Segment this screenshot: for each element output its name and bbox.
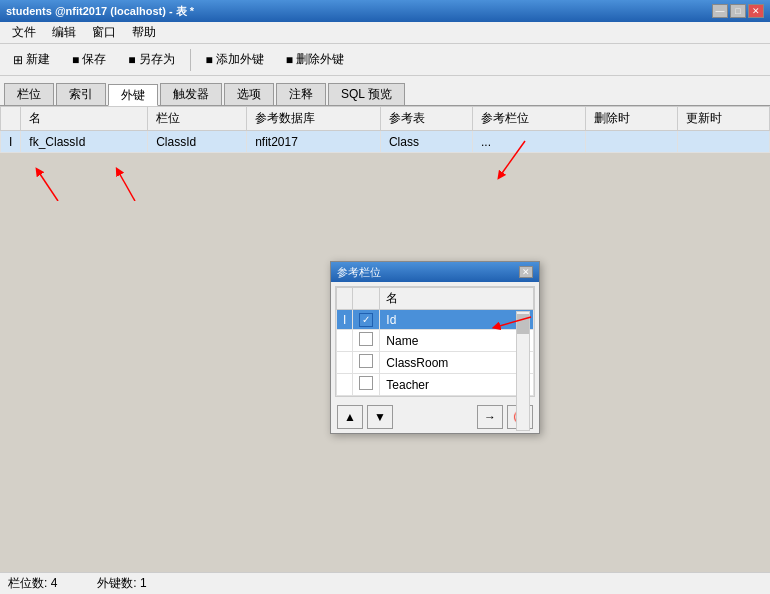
row-indicator: I — [1, 131, 21, 153]
popup-name-teacher: Teacher — [380, 374, 534, 396]
delkey-label: 删除外键 — [296, 51, 344, 68]
popup-row-name[interactable]: Name — [337, 330, 534, 352]
classid-arrow-icon — [110, 161, 150, 201]
foreign-keys-count: 外键数: 1 — [97, 575, 146, 592]
delkey-icon: ■ — [286, 53, 293, 67]
arrow1-container — [28, 161, 68, 204]
popup-title-text: 参考栏位 — [337, 265, 381, 280]
unchecked-icon — [359, 332, 373, 346]
saveas-label: 另存为 — [139, 51, 175, 68]
fk-del-action — [585, 131, 677, 153]
ref-col-table: 名 I ✓ Id — [336, 287, 534, 396]
popup-row-teacher[interactable]: Teacher — [337, 374, 534, 396]
tab-indexes[interactable]: 索引 — [56, 83, 106, 105]
popup-close-button[interactable]: ✕ — [519, 266, 533, 278]
fk-classid-arrow-icon — [28, 161, 68, 201]
fk-name: fk_ClassId — [21, 131, 148, 153]
tab-columns[interactable]: 栏位 — [4, 83, 54, 105]
saveas-button[interactable]: ■ 另存为 — [119, 47, 183, 73]
arrow2-container — [110, 161, 150, 204]
popup-name-name: Name — [380, 330, 534, 352]
save-icon: ■ — [72, 53, 79, 67]
unchecked-icon — [359, 376, 373, 390]
menu-file[interactable]: 文件 — [4, 22, 44, 43]
toolbar: ⊞ 新建 ■ 保存 ■ 另存为 ■ 添加外键 ■ 删除外键 — [0, 44, 770, 76]
saveas-icon: ■ — [128, 53, 135, 67]
menu-help[interactable]: 帮助 — [124, 22, 164, 43]
col-indicator-header — [1, 107, 21, 131]
title-bar: students @nfit2017 (localhost) - 表 * — □… — [0, 0, 770, 22]
fk-refcol[interactable]: ... — [472, 131, 585, 153]
menu-window[interactable]: 窗口 — [84, 22, 124, 43]
move-up-button[interactable]: ▲ — [337, 405, 363, 429]
tab-triggers[interactable]: 触发器 — [160, 83, 222, 105]
new-label: 新建 — [26, 51, 50, 68]
popup-name-classroom: ClassRoom — [380, 352, 534, 374]
col-refcol-header: 参考栏位 — [472, 107, 585, 131]
confirm-button[interactable]: → — [477, 405, 503, 429]
svg-line-0 — [38, 171, 58, 201]
window-title: students @nfit2017 (localhost) - 表 * — [6, 4, 194, 19]
popup-checkbox-classroom[interactable] — [353, 352, 380, 374]
unchecked-icon — [359, 354, 373, 368]
close-button[interactable]: ✕ — [748, 4, 764, 18]
menu-edit[interactable]: 编辑 — [44, 22, 84, 43]
popup-footer-left: ▲ ▼ — [337, 405, 393, 429]
popup-name-id: Id — [380, 310, 534, 330]
col-refdb-header: 参考数据库 — [247, 107, 381, 131]
status-bar: 栏位数: 4 外键数: 1 — [0, 572, 770, 594]
fk-column: ClassId — [148, 131, 247, 153]
popup-col-indicator — [337, 288, 353, 310]
popup-title-bar: 参考栏位 ✕ — [331, 262, 539, 282]
foreign-keys-table: 名 栏位 参考数据库 参考表 参考栏位 删除时 更新时 I fk_ClassId… — [0, 106, 770, 153]
popup-row-classroom[interactable]: ClassRoom — [337, 352, 534, 374]
menu-bar: 文件 编辑 窗口 帮助 — [0, 22, 770, 44]
new-button[interactable]: ⊞ 新建 — [4, 47, 59, 73]
table-row[interactable]: I fk_ClassId ClassId nfit2017 Class ... — [1, 131, 770, 153]
ref-col-dialog: 参考栏位 ✕ 名 I — [330, 261, 540, 434]
delkey-button[interactable]: ■ 删除外键 — [277, 47, 353, 73]
minimize-button[interactable]: — — [712, 4, 728, 18]
popup-checkbox-teacher[interactable] — [353, 374, 380, 396]
scrollbar-thumb — [517, 314, 529, 334]
svg-line-1 — [118, 171, 135, 201]
col-del-header: 删除时 — [585, 107, 677, 131]
popup-row-id[interactable]: I ✓ Id — [337, 310, 534, 330]
save-button[interactable]: ■ 保存 — [63, 47, 115, 73]
addkey-icon: ■ — [206, 53, 213, 67]
window-controls: — □ ✕ — [712, 4, 764, 18]
popup-scrollbar[interactable] — [516, 311, 530, 431]
popup-row-indicator: I — [337, 310, 353, 330]
fk-refdb: nfit2017 — [247, 131, 381, 153]
tab-sql-preview[interactable]: SQL 预览 — [328, 83, 405, 105]
popup-checkbox-name[interactable] — [353, 330, 380, 352]
col-upd-header: 更新时 — [677, 107, 769, 131]
main-content: 名 栏位 参考数据库 参考表 参考栏位 删除时 更新时 I fk_ClassId… — [0, 106, 770, 572]
toolbar-separator — [190, 49, 191, 71]
checked-icon: ✓ — [359, 313, 373, 327]
popup-checkbox-id[interactable]: ✓ — [353, 310, 380, 330]
fk-upd-action — [677, 131, 769, 153]
tab-options[interactable]: 选项 — [224, 83, 274, 105]
save-label: 保存 — [82, 51, 106, 68]
columns-count: 栏位数: 4 — [8, 575, 57, 592]
popup-footer: ▲ ▼ → 🚫 — [331, 401, 539, 433]
popup-col-check — [353, 288, 380, 310]
col-column-header: 栏位 — [148, 107, 247, 131]
new-icon: ⊞ — [13, 53, 23, 67]
col-name-header: 名 — [21, 107, 148, 131]
popup-col-name: 名 — [380, 288, 534, 310]
col-reftable-header: 参考表 — [380, 107, 472, 131]
tab-bar: 栏位 索引 外键 触发器 选项 注释 SQL 预览 — [0, 76, 770, 106]
addkey-label: 添加外键 — [216, 51, 264, 68]
fk-reftable: Class — [380, 131, 472, 153]
move-down-button[interactable]: ▼ — [367, 405, 393, 429]
addkey-button[interactable]: ■ 添加外键 — [197, 47, 273, 73]
maximize-button[interactable]: □ — [730, 4, 746, 18]
tab-foreign-keys[interactable]: 外键 — [108, 84, 158, 106]
tab-comments[interactable]: 注释 — [276, 83, 326, 105]
